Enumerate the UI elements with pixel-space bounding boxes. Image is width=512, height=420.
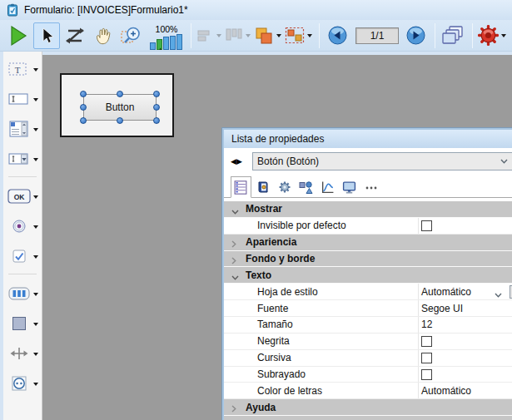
section-header-fondo-y-borde[interactable]: Fondo y borde [224,251,512,268]
chevron-down-icon [33,293,38,299]
checkbox-tool[interactable] [3,244,42,269]
tab-order-tool[interactable] [62,22,88,49]
selection-handle[interactable] [153,91,160,97]
property-label: Color de letras [257,385,322,397]
selection-handle[interactable] [80,117,87,124]
property-value[interactable]: 12 [421,317,432,333]
grid-tab-icon [234,180,248,195]
property-row: Color de letras Automático [224,383,512,399]
splitter-tool[interactable] [3,341,42,366]
page-indicator: 1/1 [355,27,399,44]
chevron-down-icon [500,159,508,164]
selection-handle[interactable] [117,117,123,124]
radio-tool-icon [7,219,31,234]
selection-handle[interactable] [80,91,87,97]
select-tool[interactable] [33,22,60,49]
chevron-down-icon [307,34,312,40]
tab-display[interactable] [339,176,360,198]
property-value[interactable]: Automático [421,383,471,398]
chevron-down-icon [33,195,38,201]
controls-toolbox: T OK [3,52,42,420]
section-header-ayuda[interactable]: Ayuda [224,399,512,416]
tab-objects[interactable] [296,176,316,198]
tab-more[interactable] [360,176,381,198]
chevron-down-icon [276,34,281,40]
next-page-button[interactable] [402,22,429,49]
chevron-down-icon[interactable] [495,293,502,298]
prev-page-button[interactable] [324,22,350,49]
chevron-down-icon [33,158,38,164]
tab-properties[interactable] [231,176,251,198]
chevron-down-icon [33,255,38,261]
gear-tab-icon [278,180,291,194]
tab-reference[interactable] [252,176,273,198]
section-header-mostrar[interactable]: Mostrar [224,201,512,218]
tab-chart[interactable] [317,176,338,198]
property-value[interactable]: Automático [421,284,471,299]
panel-tool[interactable] [3,311,42,336]
hand-icon [93,26,113,46]
object-selector-dropdown[interactable]: Botón (Botón) [252,152,512,170]
property-row: Hoja de estilo Automático... [224,284,512,300]
chevron-right-small-icon [231,257,236,264]
radio-tool[interactable] [3,214,42,239]
zoom-level-indicator[interactable]: 100% [150,22,183,50]
property-row: Negrita [224,334,512,350]
align-vertical-icon [225,27,243,44]
cursor-icon [38,27,55,45]
selection-mode-tool[interactable] [284,22,313,49]
selection-handle[interactable] [153,104,160,111]
listbox-tool[interactable] [3,116,42,141]
column-divider [418,218,419,234]
align-tool[interactable] [196,22,222,49]
zoom-bars-icon [150,34,183,50]
distribute-tool[interactable] [224,22,251,49]
textbox-tool[interactable] [3,86,42,111]
property-row: Fuente Segoe UI [224,300,512,317]
property-checkbox[interactable] [421,353,432,363]
order-tool[interactable] [253,22,282,49]
object-selector-row: ◀▶ Botón (Botón) [224,148,512,175]
svg-text:OK: OK [14,193,26,201]
section-label: Ayuda [246,402,276,413]
selection-handle[interactable] [153,117,160,124]
selection-icon [285,27,305,44]
svg-text:T: T [15,65,21,75]
tab-settings[interactable] [274,176,295,198]
listbox-tool-icon [7,121,31,137]
settings-button[interactable] [477,22,507,49]
label-tool[interactable]: T [3,57,42,82]
form-surface[interactable]: Button [60,73,174,137]
property-grid: Mostrar Invisible por defecto Apariencia… [224,201,512,420]
chevron-right-small-icon [231,240,236,248]
gear-red-icon [478,25,499,46]
window-title: Formulario: [INVOICES]Formulario1* [24,4,188,16]
main-toolbar: 100% 1/1 [0,20,512,52]
property-checkbox[interactable] [421,220,432,231]
run-button[interactable] [5,22,32,49]
property-value[interactable]: Segoe UI [421,300,463,316]
chevron-down-icon [33,353,38,358]
property-checkbox[interactable] [421,369,432,380]
chevron-right-small-icon [231,405,236,413]
property-row: Subrayado [224,367,512,383]
selection-handle[interactable] [80,104,87,111]
zoom-tool[interactable] [118,22,145,49]
combobox-tool[interactable] [3,146,42,171]
selection-handle[interactable] [117,91,123,97]
pan-tool[interactable] [90,22,117,49]
label-tool-icon: T [7,62,31,77]
button-tool[interactable]: OK [3,184,42,209]
button-group-tool[interactable] [3,281,42,306]
properties-panel-titlebar[interactable]: Lista de propiedades x [224,130,512,148]
chevron-down-icon [246,34,251,40]
container-tool[interactable] [3,371,42,396]
chevron-down-small-icon [231,210,239,215]
section-header-texto[interactable]: Texto [224,267,512,284]
prev-next-object-buttons[interactable]: ◀▶ [231,157,249,166]
pages-button[interactable] [440,22,466,49]
design-canvas[interactable]: Button Lista de propiedades x ◀▶ Botón (… [42,55,512,420]
property-checkbox[interactable] [421,336,432,347]
section-header-acción[interactable]: Acción [224,416,512,420]
section-header-apariencia[interactable]: Apariencia [224,235,512,251]
